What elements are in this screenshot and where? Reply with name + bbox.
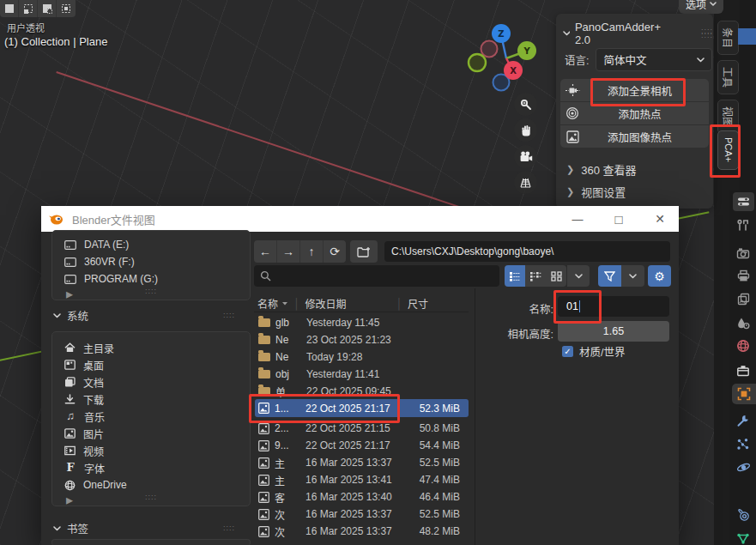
outliner-selected-row[interactable]	[738, 28, 756, 45]
thumbnail-view-button[interactable]	[546, 265, 566, 287]
volume-item[interactable]: DATA (E:)	[52, 236, 250, 253]
documents-icon	[64, 377, 76, 387]
camera-height-input[interactable]: 1.65	[558, 321, 669, 342]
tab-world-properties[interactable]	[732, 336, 754, 356]
options-dropdown[interactable]: 选项	[679, 0, 723, 14]
detail-list-view-button[interactable]	[525, 265, 546, 287]
volumes-expand[interactable]: ▸::::	[52, 288, 250, 300]
select-set-icon[interactable]	[0, 0, 19, 17]
tab-object-data-properties[interactable]	[732, 528, 754, 545]
navigation-gizmo[interactable]: Z Y X	[467, 22, 546, 93]
file-row-selected[interactable]: 1...22 Oct 2025 21:1752.3 MiB	[255, 399, 469, 417]
system-section-header[interactable]: 系统 ::::	[53, 307, 239, 324]
tab-view-layer-properties[interactable]	[732, 288, 754, 309]
volume-item[interactable]: 360VR (F:)	[52, 253, 250, 270]
folder-icon	[258, 318, 270, 327]
tab-particle-properties[interactable]	[732, 433, 754, 454]
path-field[interactable]: C:\Users\CXJ\Desktop\gong\baoye\	[384, 241, 670, 262]
file-row[interactable]: NeToday 19:28	[255, 348, 469, 366]
name-input[interactable]: 01	[558, 296, 669, 317]
filter-button[interactable]	[598, 265, 621, 287]
close-button[interactable]: ✕	[641, 206, 679, 232]
bookmarks-section-header[interactable]: 书签 ::::	[53, 520, 239, 536]
parent-dir-button[interactable]: ↑	[300, 240, 324, 263]
editor-type-button[interactable]	[733, 192, 754, 211]
sidebar-item-home[interactable]: 主目录	[52, 339, 250, 356]
sidebar-item-pictures[interactable]: 图片	[52, 425, 250, 442]
file-row[interactable]: 9...22 Oct 2025 21:1754.4 MiB	[255, 437, 469, 454]
image-file-icon	[258, 440, 269, 451]
sort-desc-icon	[281, 301, 288, 306]
file-row[interactable]: glbYesterday 11:45	[255, 314, 469, 331]
volume-item[interactable]: PROGRAM (G:)	[52, 270, 250, 288]
section-360-viewer[interactable]: ❯ 360 查看器	[566, 161, 637, 178]
file-row[interactable]: 次16 Mar 2025 13:3748.2 MiB	[255, 523, 469, 540]
add-hotspot-button[interactable]: 添加热点	[560, 102, 709, 124]
maximize-button[interactable]: □	[600, 206, 638, 232]
tab-render-properties[interactable]	[732, 243, 754, 263]
minimize-button[interactable]: —	[559, 206, 596, 232]
zoom-button[interactable]	[514, 93, 537, 116]
sidebar-item-videos[interactable]: 视频	[52, 442, 250, 459]
fonts-icon: F	[64, 463, 76, 473]
pan-button[interactable]	[514, 118, 537, 142]
file-row[interactable]: 主16 Mar 2025 13:4147.4 MiB	[255, 471, 469, 488]
tab-scene-properties[interactable]	[732, 312, 754, 333]
tab-physics-properties[interactable]	[732, 457, 754, 477]
tab-tool-properties[interactable]	[732, 215, 754, 235]
select-subtract-icon[interactable]	[38, 0, 57, 17]
tab-pca-plus[interactable]: PCA+	[717, 130, 739, 170]
file-row[interactable]: objYesterday 11:41	[255, 366, 469, 383]
tab-tool[interactable]: 工具	[717, 60, 739, 94]
section-view-settings[interactable]: ❯ 视图设置	[566, 184, 626, 200]
display-mode-dropdown[interactable]	[567, 265, 590, 287]
select-intersect-icon[interactable]	[57, 0, 76, 17]
material-world-option[interactable]: ✓ 材质/世界	[562, 343, 625, 360]
tab-item[interactable]: 条目	[717, 21, 739, 55]
file-row[interactable]: 单22 Oct 2025 09:45	[255, 383, 469, 400]
sidebar-item-desktop[interactable]: 桌面	[52, 356, 250, 373]
column-size[interactable]: 尺寸	[408, 296, 428, 311]
tab-view[interactable]: 视图	[717, 100, 739, 134]
system-expand[interactable]: ▸::::	[52, 494, 250, 506]
sidebar-item-documents[interactable]: 文档	[52, 373, 250, 391]
vertical-list-view-button[interactable]	[505, 265, 525, 287]
file-row[interactable]: 客16 Mar 2025 13:4046.4 MiB	[255, 488, 469, 506]
sidebar-item-music[interactable]: ♫ 音乐	[52, 408, 250, 425]
select-extend-icon[interactable]	[19, 0, 38, 17]
sidebar-item-fonts[interactable]: F 字体	[52, 459, 250, 476]
tab-collection-properties[interactable]	[732, 360, 754, 381]
file-row[interactable]: 2...22 Oct 2025 21:1550.8 MiB	[255, 420, 469, 437]
filter-dropdown[interactable]	[621, 265, 644, 287]
tab-output-properties[interactable]	[732, 265, 754, 286]
file-row[interactable]: Ne23 Oct 2025 21:23	[255, 331, 469, 348]
add-image-hotspot-button[interactable]: 添加图像热点	[560, 125, 709, 148]
folder-icon	[258, 336, 270, 344]
settings-button[interactable]: ⚙	[648, 265, 671, 287]
pano-camera-icon	[560, 84, 584, 97]
file-row[interactable]: 次16 Mar 2025 13:3752.5 MiB	[255, 506, 469, 523]
column-name[interactable]: 名称	[257, 296, 278, 311]
column-date[interactable]: 修改日期	[305, 296, 347, 311]
sidebar-item-downloads[interactable]: 下载	[52, 391, 250, 408]
sidebar-item-onedrive[interactable]: OneDrive	[52, 476, 250, 494]
file-row[interactable]: 主16 Mar 2025 13:3752.5 MiB	[255, 454, 469, 471]
grid-view-button[interactable]	[514, 171, 537, 194]
back-button[interactable]: ←	[254, 240, 277, 263]
dialog-titlebar[interactable]: Blender文件视图 — □ ✕	[41, 206, 679, 232]
refresh-button[interactable]: ⟳	[324, 240, 346, 263]
forward-button[interactable]: →	[277, 240, 300, 263]
tab-modifier-properties[interactable]	[732, 410, 754, 431]
add-pano-camera-button[interactable]: 添加全景相机	[560, 79, 709, 101]
tab-constraint-properties[interactable]	[732, 505, 754, 525]
panel-collapse-icon[interactable]	[563, 31, 570, 36]
camera-view-button[interactable]	[514, 145, 537, 168]
checkbox-checked-icon[interactable]: ✓	[562, 346, 573, 357]
new-folder-button[interactable]	[350, 240, 378, 263]
language-dropdown[interactable]: 简体中文	[596, 48, 712, 71]
tab-object-properties[interactable]	[732, 384, 756, 404]
blender-window: 用户透视 (1) Collection | Plane 选项 Z Y X	[0, 0, 756, 545]
search-input[interactable]	[254, 265, 499, 287]
image-file-icon	[258, 403, 269, 414]
drag-grip-icon[interactable]: ::::::::	[701, 29, 713, 38]
